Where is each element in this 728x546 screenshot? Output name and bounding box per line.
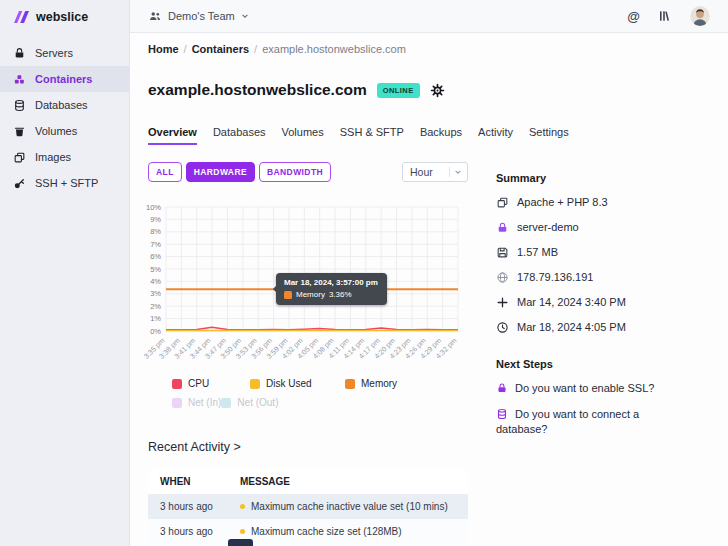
images-icon bbox=[13, 151, 26, 164]
legend-label: CPU bbox=[188, 378, 209, 389]
net-in-swatch bbox=[172, 398, 182, 408]
recent-activity-link[interactable]: Recent Activity > bbox=[148, 440, 241, 454]
legend-label: Net (In) bbox=[188, 397, 221, 408]
tab-bar: Overview Databases Volumes SSH & SFTP Ba… bbox=[148, 126, 569, 145]
select-divider bbox=[449, 167, 450, 177]
usage-chart[interactable]: 0%1%2%3%4%5%6%7%8%9%10%3:35 pm3:38 pm3:4… bbox=[144, 199, 468, 373]
table-row: 3 hours ago Maximum cache inactive value… bbox=[148, 494, 468, 519]
users-icon bbox=[148, 9, 162, 23]
svg-text:8%: 8% bbox=[150, 227, 161, 236]
databases-icon bbox=[13, 99, 26, 112]
tooltip-title: Mar 18, 2024, 3:57:00 pm bbox=[284, 278, 378, 287]
ip-globe-icon bbox=[496, 271, 509, 284]
tab-databases[interactable]: Databases bbox=[213, 126, 266, 145]
sidebar-item-servers[interactable]: Servers bbox=[0, 40, 129, 66]
lock-icon bbox=[496, 382, 508, 394]
activity-dot-icon bbox=[240, 529, 245, 534]
legend-net-out[interactable]: Net (Out) bbox=[221, 397, 278, 408]
activity-message: Maximum cache size set (128MB) bbox=[240, 526, 402, 537]
summary-item-created: Mar 14, 2024 3:40 PM bbox=[496, 295, 711, 309]
summary-value: Mar 18, 2024 4:05 PM bbox=[517, 320, 626, 334]
settings-gear-button[interactable] bbox=[430, 83, 445, 98]
col-header-message: MESSAGE bbox=[240, 476, 290, 487]
next-step-ssl[interactable]: Do you want to enable SSL? bbox=[496, 381, 671, 396]
breadcrumb: Home/Containers/example.hostonwebslice.c… bbox=[148, 43, 406, 55]
next-step-database[interactable]: Do you want to connect a database? bbox=[496, 407, 671, 437]
svg-text:0%: 0% bbox=[150, 327, 161, 336]
legend-cpu[interactable]: CPU bbox=[172, 378, 250, 389]
summary-panel: Summary Apache + PHP 8.3 server-demo 1.5… bbox=[496, 172, 711, 437]
filter-hardware-button[interactable]: HARDWARE bbox=[186, 162, 255, 182]
svg-text:10%: 10% bbox=[146, 203, 161, 212]
tab-ssh-sftp[interactable]: SSH & SFTP bbox=[340, 126, 404, 145]
tab-backups[interactable]: Backups bbox=[420, 126, 462, 145]
webslice-logo-icon bbox=[13, 10, 30, 24]
containers-icon bbox=[13, 73, 26, 86]
summary-item-stack: Apache + PHP 8.3 bbox=[496, 195, 711, 209]
legend-label: Disk Used bbox=[266, 378, 312, 389]
chevron-down-icon bbox=[454, 168, 462, 176]
activity-dot-icon bbox=[240, 504, 245, 509]
team-selector[interactable]: Demo's Team bbox=[148, 9, 249, 23]
col-header-when: WHEN bbox=[148, 476, 240, 487]
filter-bandwidth-button[interactable]: BANDWIDTH bbox=[259, 162, 331, 182]
summary-item-ip: 178.79.136.191 bbox=[496, 270, 711, 284]
summary-item-updated: Mar 18, 2024 4:05 PM bbox=[496, 320, 711, 334]
database-icon bbox=[496, 408, 508, 420]
breadcrumb-containers[interactable]: Containers bbox=[192, 43, 249, 55]
tab-volumes[interactable]: Volumes bbox=[282, 126, 324, 145]
sidebar-item-volumes[interactable]: Volumes bbox=[0, 118, 129, 144]
interval-select[interactable]: Hour bbox=[402, 162, 468, 182]
chart-tooltip: Mar 18, 2024, 3:57:00 pm Memory 3.36% bbox=[276, 273, 387, 305]
library-stats-icon[interactable] bbox=[657, 8, 673, 24]
sidebar-item-ssh-sftp[interactable]: SSH + SFTP bbox=[0, 170, 129, 196]
activity-message-text: Maximum cache size set (128MB) bbox=[251, 526, 402, 537]
team-name: Demo's Team bbox=[168, 10, 235, 22]
table-header-row: WHEN MESSAGE bbox=[148, 469, 468, 494]
net-out-swatch bbox=[221, 398, 231, 408]
tooltip-value: 3.36% bbox=[329, 290, 352, 299]
sidebar-item-containers[interactable]: Containers bbox=[0, 66, 129, 92]
page-title: example.hostonwebslice.com bbox=[148, 81, 367, 99]
next-steps-title: Next Steps bbox=[496, 358, 671, 370]
legend-disk-used[interactable]: Disk Used bbox=[250, 378, 345, 389]
avatar-image bbox=[690, 6, 710, 26]
summary-value: Mar 14, 2024 3:40 PM bbox=[517, 295, 626, 309]
chart-legend: CPU Disk Used Memory Net (In) Net (Out) bbox=[148, 378, 468, 408]
plus-icon bbox=[496, 296, 509, 309]
summary-value: server-demo bbox=[517, 220, 579, 234]
tab-activity[interactable]: Activity bbox=[478, 126, 513, 145]
interval-selected-value: Hour bbox=[410, 166, 433, 178]
user-avatar[interactable] bbox=[690, 6, 710, 26]
tab-overview[interactable]: Overview bbox=[148, 126, 197, 145]
legend-memory[interactable]: Memory bbox=[345, 378, 425, 389]
filter-all-button[interactable]: ALL bbox=[148, 162, 182, 182]
mentions-icon[interactable]: @ bbox=[627, 9, 640, 24]
server-icon bbox=[496, 221, 509, 234]
activity-table: WHEN MESSAGE 3 hours ago Maximum cache i… bbox=[148, 469, 468, 544]
status-badge: ONLINE bbox=[377, 83, 420, 98]
svg-text:2%: 2% bbox=[150, 302, 161, 311]
svg-text:7%: 7% bbox=[150, 240, 161, 249]
summary-item-disk: 1.57 MB bbox=[496, 245, 711, 259]
svg-text:1%: 1% bbox=[150, 314, 161, 323]
sidebar-item-label: Databases bbox=[35, 99, 88, 111]
page-header: example.hostonwebslice.com ONLINE bbox=[148, 81, 445, 99]
sidebar-item-images[interactable]: Images bbox=[0, 144, 129, 170]
tab-settings[interactable]: Settings bbox=[529, 126, 569, 145]
sidebar-item-label: Images bbox=[35, 151, 71, 163]
memory-swatch bbox=[345, 379, 355, 389]
legend-net-in[interactable]: Net (In) bbox=[172, 397, 221, 408]
brand-logo[interactable]: webslice bbox=[0, 0, 129, 32]
disk-swatch bbox=[250, 379, 260, 389]
table-row: 3 hours ago Maximum cache size set (128M… bbox=[148, 519, 468, 544]
sidebar-item-databases[interactable]: Databases bbox=[0, 92, 129, 118]
sidebar-item-label: Servers bbox=[35, 47, 73, 59]
sidebar-item-label: Containers bbox=[35, 73, 92, 85]
activity-when: 3 hours ago bbox=[148, 526, 240, 537]
summary-item-server: server-demo bbox=[496, 220, 711, 234]
breadcrumb-home[interactable]: Home bbox=[148, 43, 179, 55]
breadcrumb-separator: / bbox=[254, 43, 257, 55]
summary-value: 178.79.136.191 bbox=[517, 270, 593, 284]
clock-icon bbox=[496, 321, 509, 334]
